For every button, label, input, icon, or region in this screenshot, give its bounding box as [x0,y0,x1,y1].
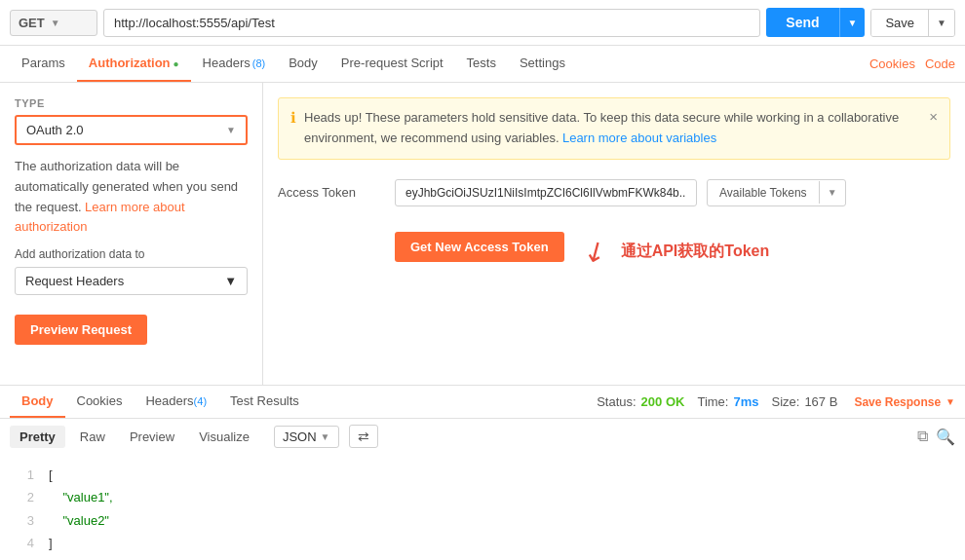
size-value: 167 B [804,394,837,409]
available-tokens-button[interactable]: Available Tokens ▼ [707,179,846,206]
line-num-1: 1 [15,464,34,486]
headers-value: Request Headers [25,274,124,288]
code-area-icons: ⧉ 🔍 [917,428,955,446]
wrap-button[interactable]: ⇄ [349,425,378,448]
bottom-section: Body Cookies Headers(4) Test Results Sta… [0,385,965,560]
left-panel: TYPE OAuth 2.0 ▼ The authorization data … [0,83,263,385]
url-input[interactable] [103,9,760,37]
tab-tests[interactable]: Tests [455,46,508,82]
code-line-4: 4 ] [15,532,950,554]
type-label: TYPE [15,97,248,109]
auth-description: The authorization data will be automatic… [15,157,248,238]
get-new-access-token-button[interactable]: Get New Access Token [395,232,564,262]
save-dropdown-icon[interactable]: ▼ [928,10,954,36]
variables-learn-more-link[interactable]: Learn more about variables [562,131,716,145]
code-line-1: 1 [ [15,464,950,486]
save-btn-group: Save ▼ [870,9,955,37]
search-icon[interactable]: 🔍 [936,428,955,446]
access-token-label: Access Token [278,185,385,200]
format-select[interactable]: JSON ▼ [274,426,339,448]
code-tab-preview[interactable]: Preview [120,426,184,448]
tab-params[interactable]: Params [10,46,77,82]
copy-icon[interactable]: ⧉ [917,428,928,446]
method-value: GET [19,16,45,30]
code-link[interactable]: Code [925,56,955,71]
tab-authorization-dot: ● [174,58,179,69]
tab-authorization[interactable]: Authorization● [77,46,191,82]
tab-headers[interactable]: Headers(8) [191,46,278,82]
oauth-select-arrow-icon: ▼ [226,125,236,135]
available-tokens-label: Available Tokens [708,180,819,205]
save-button[interactable]: Save [871,10,928,36]
available-tokens-arrow-icon: ▼ [819,181,845,204]
status-label: Status: [597,394,636,409]
line-num-4: 4 [15,532,34,554]
headers-select-arrow-icon: ▼ [224,274,237,288]
headers-location-select[interactable]: Request Headers ▼ [15,267,248,295]
code-tab-pretty[interactable]: Pretty [10,426,65,448]
status-value: 200 OK [641,394,685,409]
tabs-right: Cookies Code [869,56,955,71]
bottom-tab-headers[interactable]: Headers(4) [134,386,218,418]
code-tab-raw[interactable]: Raw [70,426,115,448]
main-content: TYPE OAuth 2.0 ▼ The authorization data … [0,83,965,385]
main-tabs-bar: Params Authorization● Headers(8) Body Pr… [0,46,965,83]
method-select[interactable]: GET ▼ [10,10,97,36]
format-value: JSON [283,429,317,444]
code-tab-visualize[interactable]: Visualize [189,426,259,448]
access-token-input[interactable] [395,179,697,206]
format-arrow-icon: ▼ [321,431,330,442]
size-label: Size: [771,394,799,409]
alert-info-icon: ℹ [290,109,296,127]
alert-text: Heads up! These parameters hold sensitiv… [304,108,916,149]
code-line-3: 3 "value2" [15,509,950,532]
access-token-row: Access Token Available Tokens ▼ [278,179,950,206]
bottom-tab-cookies[interactable]: Cookies [65,386,135,418]
line-num-2: 2 [15,486,34,508]
code-content-4: ] [49,532,53,554]
bottom-tab-test-results[interactable]: Test Results [218,386,311,418]
right-panel: ℹ Heads up! These parameters hold sensit… [263,83,965,385]
add-auth-data-label: Add authorization data to [15,247,248,261]
tab-settings[interactable]: Settings [508,46,577,82]
code-display: 1 [ 2 "value1", 3 "value2" 4 ] [0,454,965,560]
alert-close-icon[interactable]: × [929,108,938,125]
save-response-button[interactable]: Save Response [854,395,941,409]
code-content-1: [ [49,464,53,486]
annotation-text: 通过API获取的Token [621,242,770,262]
bottom-tabs-bar: Body Cookies Headers(4) Test Results Sta… [0,386,965,419]
send-dropdown-icon[interactable]: ▼ [839,8,866,37]
code-content-3: "value2" [49,509,109,532]
oauth-type-select[interactable]: OAuth 2.0 ▼ [15,115,248,145]
time-value: 7ms [733,394,758,409]
send-btn-group: Send ▼ [766,8,865,37]
code-tabs-bar: Pretty Raw Preview Visualize JSON ▼ ⇄ ⧉ … [0,419,965,454]
annotation-arrow-icon: ↙ [577,232,612,271]
oauth-value: OAuth 2.0 [26,123,84,137]
save-response-arrow-icon[interactable]: ▼ [946,396,955,407]
bottom-status-bar: Status: 200 OK Time: 7ms Size: 167 B Sav… [597,394,955,409]
tab-prerequest[interactable]: Pre-request Script [329,46,455,82]
alert-box: ℹ Heads up! These parameters hold sensit… [278,97,950,160]
method-arrow-icon: ▼ [51,18,60,28]
code-content-2: "value1", [49,486,113,508]
tab-body[interactable]: Body [277,46,329,82]
bottom-tab-body[interactable]: Body [10,386,65,418]
top-bar: GET ▼ Send ▼ Save ▼ [0,0,965,46]
line-num-3: 3 [15,509,34,532]
cookies-link[interactable]: Cookies [869,56,915,71]
preview-request-button[interactable]: Preview Request [15,315,147,345]
code-line-2: 2 "value1", [15,486,950,508]
send-button[interactable]: Send [766,8,838,37]
time-label: Time: [697,394,728,409]
